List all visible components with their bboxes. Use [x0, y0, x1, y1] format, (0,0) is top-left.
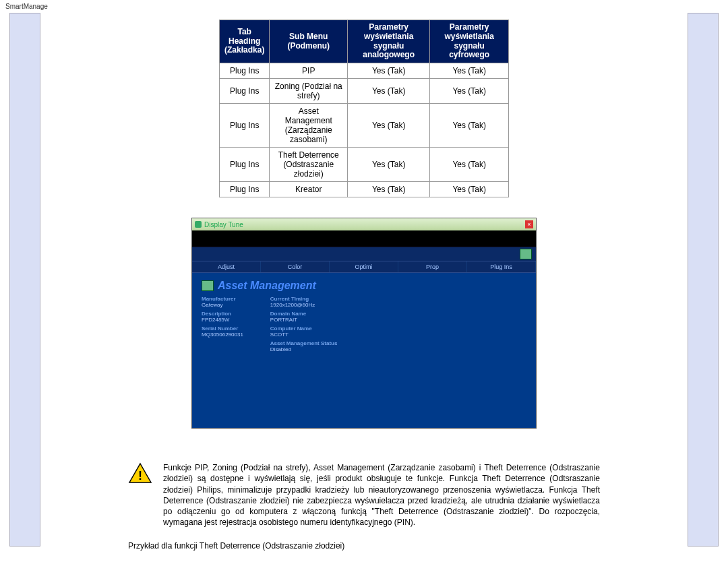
tab[interactable]: Optimi	[330, 261, 398, 272]
tab[interactable]: Plug Ins	[467, 261, 536, 272]
main-column: Tab Heading (Zakładka)Sub Menu (Podmenu)…	[128, 13, 600, 551]
cell: Plug Ins	[220, 79, 270, 104]
warning-icon: !	[128, 462, 152, 484]
cell: Yes (Tak)	[348, 104, 430, 148]
icon-row	[192, 247, 536, 261]
val: FPD2485W	[202, 317, 243, 323]
cell: Plug Ins	[220, 182, 270, 197]
val: Disabled	[270, 346, 338, 352]
right-col: Current Timing 1920x1200@60Hz Domain Nam…	[270, 296, 338, 355]
lbl: Serial Number	[202, 325, 243, 332]
window-title: Display Tune	[204, 221, 243, 228]
tab[interactable]: Adjust	[192, 261, 261, 272]
cell: Yes (Tak)	[348, 148, 430, 182]
page-wrap: Tab Heading (Zakładka)Sub Menu (Podmenu)…	[0, 13, 728, 551]
black-bar	[192, 230, 536, 247]
close-icon[interactable]: ×	[525, 220, 533, 228]
col-header: Sub Menu (Podmenu)	[270, 20, 348, 63]
cell: Theft Deterrence (Odstraszanie złodziei)	[270, 148, 348, 182]
toolbar-icon[interactable]	[520, 249, 532, 259]
lbl: Current Timing	[270, 296, 338, 302]
left-col: Manufacturer Gateway Description FPD2485…	[202, 296, 243, 355]
table-row: Plug InsPIPYes (Tak)Yes (Tak)	[220, 63, 509, 79]
warning-row: ! Funkcje PIP, Zoning (Podział na strefy…	[128, 462, 600, 528]
left-sidebar	[9, 13, 40, 547]
cell: Yes (Tak)	[430, 63, 509, 79]
panel-heading: Asset Management	[202, 280, 526, 292]
panel-body: Asset Management Manufacturer Gateway De…	[192, 273, 536, 428]
table-row: Plug InsAsset Management (Zarządzanie za…	[220, 104, 509, 148]
cell: Yes (Tak)	[430, 79, 509, 104]
page-header: SmartManage	[0, 0, 728, 13]
example-line: Przykład dla funkcji Theft Deterrence (O…	[128, 541, 600, 551]
lbl: Asset Management Status	[270, 340, 338, 346]
cell: Asset Management (Zarządzanie zasobami)	[270, 104, 348, 148]
tab[interactable]: Prop	[398, 261, 467, 272]
cell: Yes (Tak)	[348, 63, 430, 79]
col-header: Parametry wyświetlania sygnału analogowe…	[348, 20, 430, 63]
table-row: Plug InsKreatorYes (Tak)Yes (Tak)	[220, 182, 509, 197]
cell: Yes (Tak)	[348, 182, 430, 197]
val: PORTRAIT	[270, 317, 338, 323]
svg-text:!: !	[138, 469, 142, 482]
cell: Yes (Tak)	[430, 104, 509, 148]
val: SCOTT	[270, 332, 338, 338]
table-row: Plug InsZoning (Podział na strefy)Yes (T…	[220, 79, 509, 104]
cell: Zoning (Podział na strefy)	[270, 79, 348, 104]
cell: Yes (Tak)	[348, 79, 430, 104]
right-sidebar	[688, 13, 719, 547]
val: Gateway	[202, 302, 243, 308]
cell: Plug Ins	[220, 104, 270, 148]
lbl: Domain Name	[270, 311, 338, 317]
lbl: Computer Name	[270, 325, 338, 332]
cell: Yes (Tak)	[430, 182, 509, 197]
cell: Plug Ins	[220, 63, 270, 79]
cell: Plug Ins	[220, 148, 270, 182]
app-icon	[195, 221, 202, 228]
panel-heading-text: Asset Management	[218, 280, 316, 292]
cell: Kreator	[270, 182, 348, 197]
warning-text: Funkcje PIP, Zoning (Podział na strefy),…	[163, 462, 600, 528]
cell: Yes (Tak)	[430, 148, 509, 182]
lbl: Description	[202, 311, 243, 317]
lbl: Manufacturer	[202, 296, 243, 302]
col-header: Parametry wyświetlania sygnału cyfrowego	[430, 20, 509, 63]
col-header: Tab Heading (Zakładka)	[220, 20, 270, 63]
window-titlebar: Display Tune ×	[192, 218, 536, 230]
val: 1920x1200@60Hz	[270, 302, 338, 308]
table-row: Plug InsTheft Deterrence (Odstraszanie z…	[220, 148, 509, 182]
feature-table: Tab Heading (Zakładka)Sub Menu (Podmenu)…	[219, 20, 509, 197]
val: MQ30506290031	[202, 332, 243, 338]
tab[interactable]: Color	[261, 261, 330, 272]
tab-row: AdjustColorOptimiPropPlug Ins	[192, 261, 536, 273]
cell: PIP	[270, 63, 348, 79]
panel-icon	[202, 280, 214, 291]
asset-mgmt-screenshot: Display Tune × AdjustColorOptimiPropPlug…	[191, 218, 537, 429]
